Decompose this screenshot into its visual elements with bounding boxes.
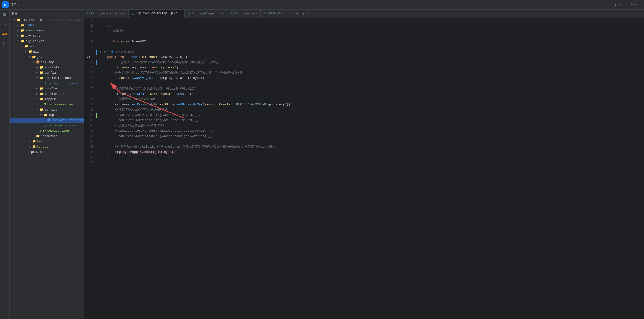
folder-icon-annotation: 📁 — [40, 66, 44, 69]
expand-arrow: ▼ — [36, 98, 40, 101]
tree-item-test[interactable]: ▶ 📁 test — [10, 139, 84, 144]
svg-point-8 — [3, 42, 6, 44]
sidebar-icon-commits[interactable] — [2, 21, 8, 28]
code-line-72: // 创建了一个名为employee的Employee类的对象，用于存储员工的信… — [96, 60, 644, 65]
more-icon[interactable]: ••• — [630, 3, 636, 7]
line-num-74: 74 — [90, 70, 94, 76]
tree-label-pom: pom.xml — [31, 150, 44, 154]
code-line-80: employee.setPassword(DigestUtils.md5Dige… — [96, 102, 644, 107]
code-line-76 — [96, 81, 644, 86]
tree-item-java[interactable]: ▼ 📂 java — [10, 54, 84, 60]
module-icon: 📁 — [20, 29, 24, 32]
tab-close-button[interactable]: ✕ — [179, 12, 182, 15]
app-logo[interactable]: IJ — [2, 2, 8, 8]
code-editor[interactable]: 65 66 67 68 69 70 71 ⚠ 72 73 74 75 76 77… — [84, 18, 644, 319]
expand-arrow: ▼ — [36, 77, 40, 79]
tree-item-employeeservice[interactable]: Ⓘ EmployeeService — [10, 123, 84, 128]
line-num-71: 71 ⚠ — [87, 55, 94, 60]
package-icon: 📦 — [36, 60, 40, 64]
tree-item-employeeserviceimpl[interactable]: Ⓒ EmployeeServiceImpl — [10, 118, 84, 123]
line-num-72: 72 — [90, 60, 94, 65]
tree-item-sky-take-out[interactable]: ▼ 📁 sky-take-out ~/work/sky-project/sky-… — [10, 17, 84, 23]
tree-label-employeemapper: EmployeeMapper — [48, 103, 74, 106]
diamond-icon[interactable]: ◇ — [620, 3, 622, 7]
code-line-86: //employee.setUpdateUser(BaseContext.get… — [96, 134, 644, 139]
interface-icon: Ⓘ — [44, 123, 47, 128]
line-num-84: 84 — [90, 123, 94, 128]
code-line-82: //employee.setCreateTime(LocalDateTime.n… — [96, 113, 644, 118]
tree-item-employeecontroller[interactable]: Ⓒ EmployeeController — [10, 81, 84, 86]
code-line-83: //employee.setUpdateTime(LocalDateTime.n… — [96, 118, 644, 123]
tree-item-idea[interactable]: ▶ 📂 .idea — [10, 23, 84, 28]
maven-icon: m — [28, 150, 30, 154]
sidebar-icon-more[interactable] — [2, 50, 8, 57]
globe-icon[interactable]: ⊕ — [614, 3, 616, 7]
tree-item-impl[interactable]: ▼ 📁 impl — [10, 112, 84, 118]
tab-webmvcconfiguration-java[interactable]: Ⓒ WebMvcConfiguration.java — [261, 10, 312, 18]
class-icon-impl: Ⓒ — [48, 118, 50, 122]
tab-label: WebMvcConfiguration.java — [268, 12, 309, 15]
tree-subtitle: ~/work/sky-project/sky-take-out — [46, 19, 84, 21]
tree-item-handler[interactable]: ▶ 📁 handler — [10, 86, 84, 91]
tree-label-interceptor: interceptor — [44, 92, 65, 96]
minimize-icon[interactable]: — — [640, 3, 642, 7]
chevron-down-icon[interactable]: ∨ — [18, 3, 20, 6]
code-line-81: //设置当前记录的创建时间和修改时间 — [96, 107, 644, 113]
app-icon: ⚙ — [40, 129, 42, 133]
tree-label-mapper: mapper — [44, 97, 56, 101]
tree-item-main[interactable]: ▼ 📁 main — [10, 49, 84, 54]
line-num-73: 73 — [90, 65, 94, 70]
expand-arrow: ▼ — [36, 108, 40, 111]
tree-item-sky-common[interactable]: ▶ 📁 sky-common — [10, 28, 84, 33]
tab-label-active: EmployeeServiceImpl.java — [136, 12, 177, 15]
tree-item-skyapplication[interactable]: ⚙ SkyApplication — [10, 128, 84, 133]
svg-point-10 — [4, 53, 5, 54]
expand-arrow: ▼ — [40, 114, 44, 116]
expand-arrow: ▶ — [17, 24, 20, 27]
sidebar-icon-aws[interactable]: aws — [2, 31, 8, 38]
tree-item-controller-admin[interactable]: ▼ 📁 controller.admin — [10, 75, 84, 81]
tree-item-resources[interactable]: ▶ 📁 resources — [10, 133, 84, 139]
tree-item-target[interactable]: ▶ 📁 target — [10, 144, 84, 149]
tab-employee-java[interactable]: Ⓒ Employee.java — [228, 10, 261, 18]
tree-item-mapper[interactable]: ▼ 📁 mapper — [10, 96, 84, 102]
code-line-67: * 新增员工 — [96, 29, 644, 34]
code-line-70: */ — [96, 44, 644, 50]
top-bar: IJ 项目 ∨ ⊕ ◇ ✕ ••• — — [0, 0, 644, 10]
module-icon: 📁 — [20, 34, 24, 38]
tree-item-config[interactable]: ▶ 📁 config — [10, 70, 84, 75]
code-line-85: //employee.setCreateUser(BaseContext.get… — [96, 128, 644, 134]
tree-item-sky-server[interactable]: ▼ 📁 sky-server — [10, 38, 84, 44]
tab-employeeserviceimpl-java[interactable]: Ⓒ EmployeeServiceImpl.java ✕ — [129, 10, 185, 18]
code-line-73: Employee employee = new Employee(); — [96, 65, 644, 70]
folder-icon-controller: 📁 — [40, 76, 44, 80]
tree-label-idea: .idea — [26, 24, 35, 27]
line-num-85: 85 — [90, 128, 94, 134]
tree-item-pom[interactable]: m pom.xml — [10, 149, 84, 154]
tree-item-sky-pojo[interactable]: ▶ 📁 sky-pojo — [10, 33, 84, 38]
close-icon[interactable]: ✕ — [625, 3, 627, 7]
tree-item-com-sky[interactable]: ▼ 📦 com.sky — [10, 60, 84, 65]
tree-item-annotation[interactable]: ▶ 📁 annotation — [10, 65, 84, 70]
tree-label-employeecontroller: EmployeeController — [48, 82, 81, 85]
editor-area: Ⓒ EmployeeService.java Ⓒ EmployeeService… — [84, 10, 644, 319]
line-num-67: 67 — [90, 29, 94, 34]
tab-label: Employee.java — [235, 12, 258, 15]
tree-item-src[interactable]: ▼ 📁 src — [10, 44, 84, 49]
sidebar-icon-database[interactable] — [2, 40, 8, 47]
left-sidebar-icons: aws — [0, 10, 10, 319]
code-line-71: public void save(EmployeeDTO employeeDTO… — [96, 55, 644, 60]
code-lines: /** * 新增员工 * * @param employeeDTO — [96, 18, 644, 165]
tab-employeemapper-java[interactable]: 🗺 EmployeeMapper.java — [185, 10, 228, 18]
sidebar-icon-project[interactable] — [2, 12, 8, 18]
tree-item-employeemapper[interactable]: 🗺 EmployeeMapper — [10, 102, 84, 107]
folder-icon-test: 📁 — [32, 139, 36, 143]
line-num-69: 69 — [90, 39, 94, 44]
tree-item-interceptor[interactable]: ▶ 📁 interceptor — [10, 91, 84, 96]
line-numbers: 65 66 67 68 69 70 71 ⚠ 72 73 74 75 76 77… — [84, 18, 96, 319]
tab-employeeservice-java[interactable]: Ⓒ EmployeeService.java — [84, 10, 129, 18]
line-num-77: 77 — [90, 86, 94, 91]
code-content[interactable]: /** * 新增员工 * * @param employeeDTO — [96, 18, 644, 319]
line-num-68: 68 — [90, 34, 94, 39]
tree-item-service[interactable]: ▼ 📁 service — [10, 107, 84, 112]
